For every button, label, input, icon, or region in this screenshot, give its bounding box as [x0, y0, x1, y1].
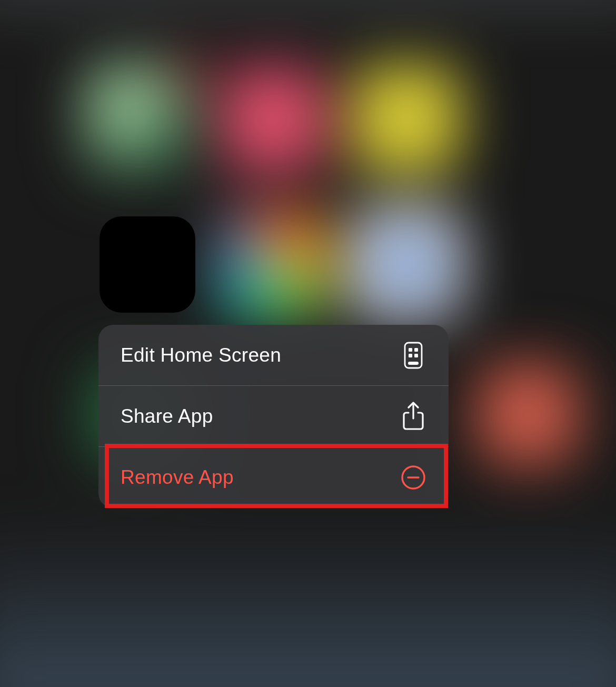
share-app-menu-item[interactable]: Share App	[98, 386, 449, 447]
remove-app-menu-item[interactable]: Remove App	[98, 447, 449, 508]
menu-item-label: Share App	[121, 405, 213, 427]
minus-circle-icon	[400, 464, 426, 491]
share-icon	[400, 403, 426, 430]
svg-rect-3	[409, 354, 412, 357]
selected-app-icon[interactable]	[100, 216, 195, 313]
svg-rect-4	[414, 354, 418, 357]
svg-rect-2	[414, 348, 418, 352]
svg-rect-5	[408, 362, 419, 365]
edit-home-screen-menu-item[interactable]: Edit Home Screen	[98, 325, 449, 386]
svg-rect-1	[409, 348, 412, 352]
app-context-menu: Edit Home Screen Share App Remove App	[98, 325, 449, 508]
home-screen-edit-icon	[400, 342, 426, 369]
menu-item-label: Edit Home Screen	[121, 344, 281, 366]
menu-item-label: Remove App	[121, 466, 234, 489]
